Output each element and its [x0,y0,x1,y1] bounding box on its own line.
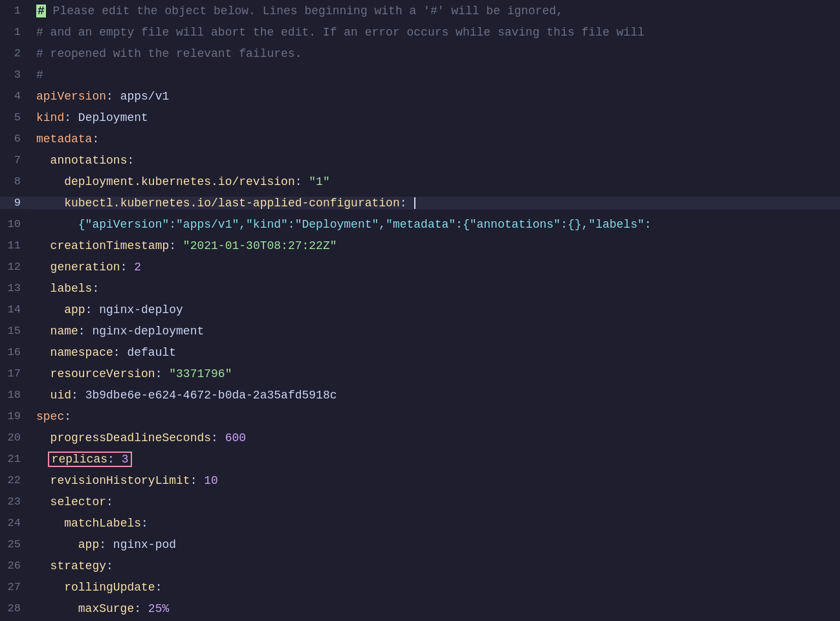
token-number-purple: 2 [134,261,141,274]
line-number: 11 [0,239,31,252]
line-number: 17 [0,367,31,380]
code-line-1: 1# Please edit the object below. Lines b… [0,0,840,21]
line-number: 23 [0,496,31,508]
token-key-yellow: revisionHistoryLimit [50,474,190,487]
token-indent2 [36,367,50,380]
line-content: revisionHistoryLimit: 10 [31,474,840,487]
token-indent6 [36,218,78,231]
token-key-yellow: annotations [50,154,127,167]
token-key-yellow: app [78,538,99,551]
token-value-white: : [155,367,170,380]
token-key-yellow: progressDeadlineSeconds [50,431,211,444]
highlighted-replicas: replicas: 3 [48,452,133,467]
token-key-yellow: name [50,325,78,338]
code-line-4: 3# [0,64,840,85]
token-indent6 [36,538,78,551]
code-line-13: 12 generation: 2 [0,256,840,278]
token-key-yellow: app [64,303,85,316]
text-cursor [414,197,415,209]
token-value-white: : [99,538,113,551]
token-value-white: nginx-pod [113,538,176,551]
token-value-white: apps/v1 [120,90,170,103]
token-value-white: : [113,346,127,359]
line-number: 24 [0,517,31,529]
line-number: 14 [0,303,31,316]
code-editor[interactable]: 1# Please edit the object below. Lines b… [0,0,840,621]
token-value-white: : [85,303,100,316]
token-value-white: nginx-deployment [92,325,204,338]
line-number: 5 [0,111,31,124]
line-content: spec: [31,410,840,423]
line-content: rollingUpdate: [31,581,840,594]
code-line-26: 25 app: nginx-pod [0,534,840,555]
token-value-white: : [295,175,309,188]
token-comment: # [36,69,43,82]
token-key-yellow: resourceVersion [50,367,155,380]
code-line-17: 16 namespace: default [0,342,840,363]
line-content: namespace: default [31,346,840,359]
line-content: uid: 3b9dbe6e-e624-4672-b0da-2a35afd5918… [31,389,840,402]
line-content: strategy: [31,560,840,572]
token-indent6 [36,602,78,615]
line-content: # Please edit the object below. Lines be… [31,5,840,17]
line-content: labels: [31,282,840,295]
token-key-orange: apiVersion [36,90,106,103]
code-line-6: 5kind: Deployment [0,107,840,128]
token-key-yellow: maxSurge [78,602,134,615]
token-indent4 [36,197,64,210]
token-key-yellow: namespace [50,346,113,359]
line-number: 1 [0,26,31,38]
token-indent2 [36,496,50,508]
code-line-20: 19spec: [0,406,840,427]
token-value-white: : [64,410,71,423]
line-content: maxSurge: 25% [31,602,840,615]
token-value-white: : [134,602,148,615]
code-line-25: 24 matchLabels: [0,512,840,534]
line-content: name: nginx-deployment [31,325,840,338]
code-line-10: 9 kubectl.kubernetes.io/last-applied-con… [0,192,840,213]
token-indent4 [36,303,64,316]
token-indent4 [36,517,64,530]
line-number: 27 [0,581,31,593]
code-line-16: 15 name: nginx-deployment [0,320,840,342]
token-indent4 [36,175,64,188]
line-number: 12 [0,261,31,273]
line-content: kubectl.kubernetes.io/last-applied-confi… [31,197,840,210]
token-indent2 [36,154,50,167]
token-indent4 [36,581,64,594]
code-line-23: 22 revisionHistoryLimit: 10 [0,470,840,491]
token-key-yellow: kubectl.kubernetes.io/last-applied-confi… [64,197,399,210]
token-indent2 [36,325,50,338]
code-line-27: 26 strategy: [0,555,840,576]
line-content: # reopened with the relevant failures. [31,47,840,60]
code-line-12: 11 creationTimestamp: "2021-01-30T08:27:… [0,235,840,256]
line-number: 16 [0,346,31,358]
token-value-white: : [190,474,204,487]
token-key-yellow: selector [50,496,106,508]
line-number: 6 [0,133,31,145]
token-value-white: default [127,346,176,359]
hash-highlight-icon: # [36,5,46,17]
token-value-white: : [92,133,99,146]
code-line-2: 1# and an empty file will abort the edit… [0,21,840,43]
line-number: 21 [0,453,31,465]
code-line-14: 13 labels: [0,278,840,299]
line-content: # and an empty file will abort the edit.… [31,26,840,39]
token-value-white: : [71,389,85,402]
line-number: 15 [0,325,31,337]
line-number: 22 [0,474,31,486]
line-number: 2 [0,47,31,60]
token-value-white: 3b9dbe6e-e624-4672-b0da-2a35afd5918c [85,389,337,402]
line-number: 8 [0,175,31,188]
line-content: metadata: [31,133,840,146]
line-number: 9 [0,197,31,209]
line-content: app: nginx-pod [31,538,840,551]
token-number-purple: 600 [225,431,246,444]
token-value-white: : [78,325,93,338]
code-line-29: 28 maxSurge: 25% [0,598,840,619]
line-number: 28 [0,602,31,615]
code-line-8: 7 annotations: [0,149,840,171]
token-value-white: : [64,111,78,124]
line-number: 7 [0,154,31,166]
code-line-5: 4apiVersion: apps/v1 [0,85,840,107]
